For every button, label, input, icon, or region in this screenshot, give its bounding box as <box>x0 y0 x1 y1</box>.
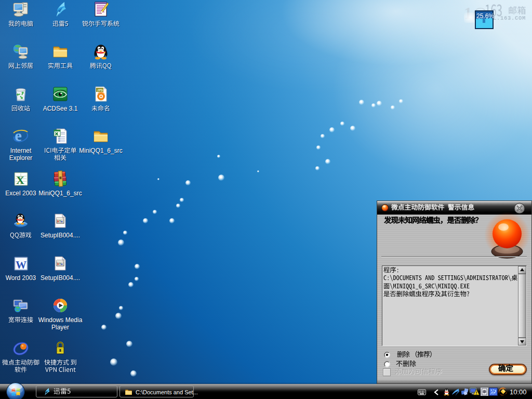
svg-text:JPG: JPG <box>97 89 103 92</box>
svg-text:W: W <box>16 259 26 271</box>
svg-text:X: X <box>16 174 24 187</box>
